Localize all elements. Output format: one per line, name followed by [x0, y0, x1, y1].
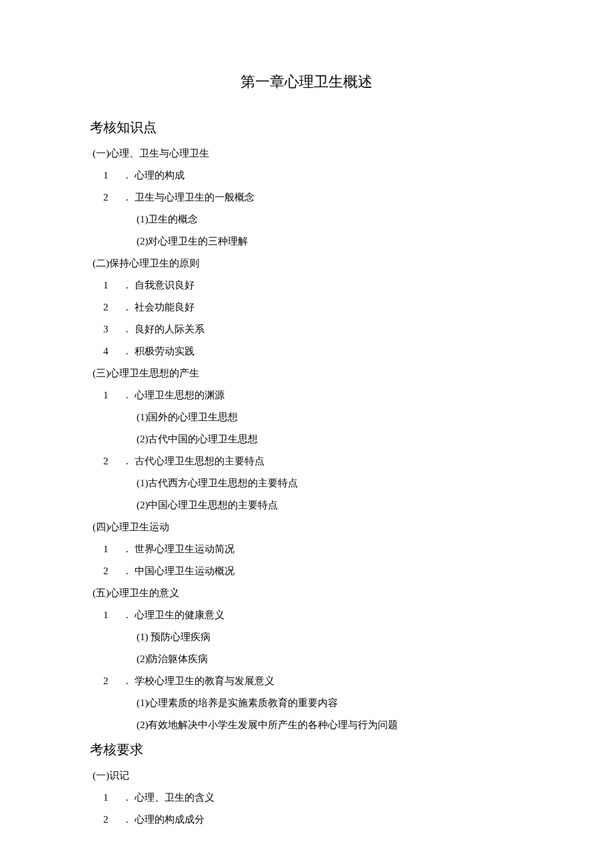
outline-text: 心理的构成 — [135, 170, 185, 181]
outline-text: 中国心理卫生运动概况 — [135, 566, 235, 576]
outline-text: (一)识记 — [93, 770, 129, 781]
section-heading: 考核要求 — [90, 741, 523, 759]
outline-number: 1 — [103, 390, 113, 401]
outline-level1: (一)识记 — [93, 769, 523, 782]
outline-dot: ． — [122, 324, 132, 334]
outline-text: (2)古代中国的心理卫生思想 — [137, 434, 259, 444]
outline-level3: (1)古代西方心理卫生思想的主要特点 — [137, 477, 523, 490]
outline-text: (2)有效地解决中小学生发展中所产生的各种心理与行为问题 — [137, 719, 398, 730]
outline-number: 1 — [103, 544, 113, 555]
outline-text: 古代心理卫生思想的主要特点 — [135, 456, 265, 466]
outline-number: 2 — [103, 192, 113, 203]
outline-text: (1)卫生的概念 — [137, 214, 199, 224]
outline-level3: (2)古代中国的心理卫生思想 — [137, 433, 523, 446]
outline-dot: ． — [122, 346, 132, 356]
outline-text: 心理卫生思想的渊源 — [135, 390, 225, 400]
outline-text: (2)防治躯体疾病 — [137, 653, 209, 664]
outline-dot: ． — [122, 456, 132, 466]
outline-level1: (五)心理卫生的意义 — [93, 587, 523, 600]
outline-dot: ． — [122, 192, 132, 203]
outline-level2: 2．古代心理卫生思想的主要特点 — [103, 455, 523, 468]
outline-level3: (1)心理素质的培养是实施素质教育的重要内容 — [137, 697, 523, 709]
document-body: 考核知识点(一)心理、卫生与心理卫生1．心理的构成2．卫生与心理卫生的一般概念(… — [90, 119, 523, 826]
outline-text: 积极劳动实践 — [135, 346, 195, 356]
outline-number: 2 — [103, 302, 113, 313]
outline-level2: 1．心理、卫生的含义 — [103, 791, 523, 804]
outline-level2: 1．世界心理卫生运动简况 — [103, 543, 523, 556]
outline-text: (五)心理卫生的意义 — [93, 588, 179, 598]
outline-dot: ． — [122, 610, 132, 620]
outline-dot: ． — [122, 544, 132, 554]
outline-level2: 2．学校心理卫生的教育与发展意义 — [103, 675, 523, 687]
outline-text: 社会功能良好 — [135, 302, 195, 312]
outline-text: 良好的人际关系 — [135, 324, 205, 334]
outline-dot: ． — [122, 566, 132, 576]
outline-number: 1 — [103, 792, 113, 803]
outline-number: 1 — [103, 280, 113, 291]
section-heading: 考核知识点 — [90, 119, 523, 137]
outline-text: (2)对心理卫生的三种理解 — [137, 236, 249, 246]
outline-number: 3 — [103, 324, 113, 335]
page-title: 第一章心理卫生概述 — [90, 72, 523, 92]
outline-dot: ． — [122, 792, 132, 803]
outline-level3: (2)对心理卫生的三种理解 — [137, 235, 523, 248]
outline-level3: (1) 预防心理疾病 — [137, 631, 523, 644]
outline-dot: ． — [122, 814, 132, 825]
outline-level2: 2．社会功能良好 — [103, 301, 523, 314]
outline-level3: (1)卫生的概念 — [137, 213, 523, 226]
outline-level2: 1．心理卫生思想的渊源 — [103, 389, 523, 402]
outline-level3: (2)中国心理卫生思想的主要特点 — [137, 499, 523, 512]
outline-text: 心理、卫生的含义 — [135, 792, 215, 803]
outline-number: 1 — [103, 610, 113, 621]
outline-text: 心理的构成成分 — [135, 814, 205, 825]
outline-level2: 2．卫生与心理卫生的一般概念 — [103, 191, 523, 204]
outline-number: 4 — [103, 346, 113, 357]
outline-text: (1)心理素质的培养是实施素质教育的重要内容 — [137, 697, 338, 708]
outline-dot: ． — [122, 390, 132, 400]
outline-level1: (二)保持心理卫生的原则 — [93, 257, 523, 270]
outline-number: 2 — [103, 675, 113, 687]
outline-text: (二)保持心理卫生的原则 — [93, 258, 199, 268]
outline-level2: 2．中国心理卫生运动概况 — [103, 565, 523, 578]
outline-dot: ． — [122, 170, 132, 181]
outline-dot: ． — [122, 302, 132, 312]
outline-number: 2 — [103, 456, 113, 467]
outline-level3: (2)有效地解决中小学生发展中所产生的各种心理与行为问题 — [137, 719, 523, 731]
outline-text: (三)心理卫生思想的产生 — [93, 368, 199, 378]
outline-level2: 3．良好的人际关系 — [103, 323, 523, 336]
outline-text: 世界心理卫生运动简况 — [135, 544, 235, 554]
outline-text: (1)国外的心理卫生思想 — [137, 412, 239, 422]
outline-text: (四)心理卫生运动 — [93, 522, 169, 532]
outline-number: 1 — [103, 170, 113, 181]
outline-dot: ． — [122, 675, 132, 686]
outline-level2: 2．心理的构成成分 — [103, 813, 523, 826]
outline-text: 自我意识良好 — [135, 280, 195, 290]
outline-number: 2 — [103, 566, 113, 577]
outline-level1: (一)心理、卫生与心理卫生 — [93, 147, 523, 160]
outline-level2: 1．心理的构成 — [103, 169, 523, 182]
outline-level2: 1．自我意识良好 — [103, 279, 523, 292]
outline-text: (2)中国心理卫生思想的主要特点 — [137, 500, 279, 510]
outline-level2: 4．积极劳动实践 — [103, 345, 523, 358]
outline-text: 心理卫生的健康意义 — [135, 610, 225, 620]
outline-level1: (三)心理卫生思想的产生 — [93, 367, 523, 380]
outline-level2: 1．心理卫生的健康意义 — [103, 609, 523, 622]
outline-dot: ． — [122, 280, 132, 290]
outline-text: (一)心理、卫生与心理卫生 — [93, 148, 209, 159]
outline-number: 2 — [103, 814, 113, 825]
outline-text: 学校心理卫生的教育与发展意义 — [135, 675, 275, 686]
outline-text: (1)古代西方心理卫生思想的主要特点 — [137, 478, 299, 488]
outline-text: (1) 预防心理疾病 — [137, 632, 211, 642]
outline-text: 卫生与心理卫生的一般概念 — [135, 192, 255, 203]
outline-level3: (1)国外的心理卫生思想 — [137, 411, 523, 424]
outline-level1: (四)心理卫生运动 — [93, 521, 523, 534]
outline-level3: (2)防治躯体疾病 — [137, 653, 523, 665]
